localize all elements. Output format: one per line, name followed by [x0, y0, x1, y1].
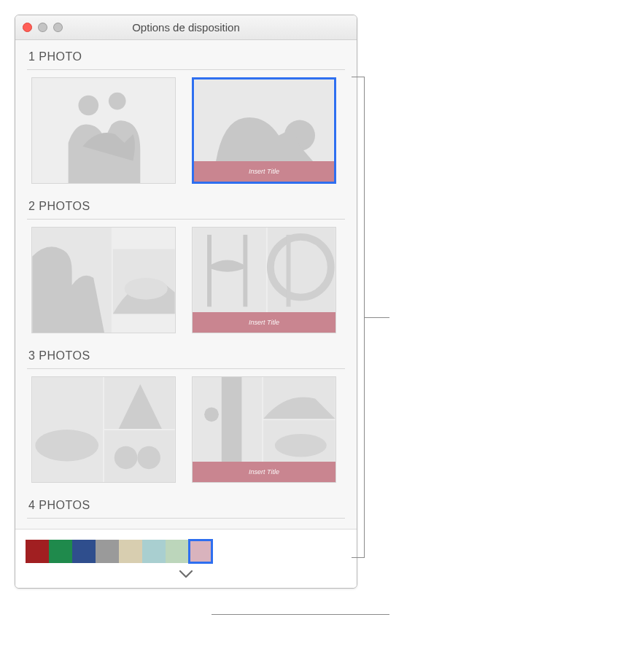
chevron-down-icon: [179, 569, 193, 579]
expand-chevron[interactable]: [26, 563, 346, 579]
titlebar: Options de disposition: [15, 15, 357, 40]
layout-preview-icon: [32, 377, 175, 482]
color-swatch-4[interactable]: [119, 540, 142, 563]
close-icon[interactable]: [23, 23, 32, 32]
panel-footer: [15, 529, 357, 588]
svg-rect-25: [222, 377, 242, 462]
svg-point-2: [109, 93, 126, 110]
divider: [27, 69, 345, 70]
svg-rect-12: [243, 235, 247, 307]
window-title: Options de disposition: [15, 21, 357, 34]
layout-row-3: Insert Title: [15, 376, 357, 489]
svg-point-21: [115, 446, 138, 470]
divider: [27, 219, 345, 220]
section-header-2: 2 PHOTOS: [15, 190, 357, 219]
layout-options-panel: Options de disposition 1 PHOTO: [15, 15, 357, 589]
layout-preview-icon: [32, 228, 175, 333]
divider: [27, 518, 345, 519]
svg-rect-15: [287, 235, 291, 307]
caption-band: Insert Title: [193, 312, 335, 333]
section-header-3: 3 PHOTOS: [15, 339, 357, 368]
layout-row-2: Insert Title: [15, 227, 357, 339]
color-swatches: [26, 540, 346, 563]
svg-point-29: [275, 434, 327, 457]
window-controls: [23, 23, 63, 32]
layout-row-1: Insert Title: [15, 77, 357, 190]
divider: [27, 368, 345, 369]
layout-thumb-2a[interactable]: [31, 227, 176, 333]
layout-preview-icon: [32, 78, 175, 183]
color-swatch-3[interactable]: [96, 540, 119, 563]
caption-placeholder: Insert Title: [249, 168, 279, 175]
caption-placeholder: Insert Title: [249, 319, 279, 326]
svg-point-1: [78, 96, 98, 116]
caption-placeholder: Insert Title: [249, 468, 279, 476]
caption-band: Insert Title: [193, 462, 335, 482]
svg-point-18: [35, 430, 98, 461]
zoom-icon[interactable]: [53, 23, 63, 32]
minimize-icon[interactable]: [38, 23, 47, 32]
layout-thumb-3a[interactable]: [31, 376, 176, 483]
section-header-1: 1 PHOTO: [15, 40, 357, 69]
panel-body: 1 PHOTO Insert Title: [15, 40, 357, 529]
layout-thumb-1a[interactable]: [31, 77, 176, 184]
svg-rect-11: [207, 235, 212, 307]
color-swatch-1[interactable]: [49, 540, 72, 563]
svg-point-26: [204, 407, 219, 422]
svg-rect-17: [32, 377, 103, 482]
section-header-4: 4 PHOTOS: [15, 489, 357, 518]
annotation-leader: [212, 614, 389, 615]
color-swatch-7[interactable]: [189, 540, 212, 563]
annotation-leader: [365, 317, 389, 318]
layout-thumb-1b[interactable]: Insert Title: [192, 77, 336, 184]
color-swatch-0[interactable]: [26, 540, 49, 563]
color-swatch-5[interactable]: [142, 540, 166, 563]
color-swatch-2[interactable]: [72, 540, 96, 563]
annotation-bracket: [352, 77, 365, 558]
svg-point-8: [125, 278, 168, 300]
layout-thumb-2b[interactable]: Insert Title: [192, 227, 336, 333]
caption-band: Insert Title: [194, 161, 334, 182]
color-swatch-6[interactable]: [166, 540, 189, 563]
layout-thumb-3b[interactable]: Insert Title: [192, 376, 336, 483]
svg-point-22: [137, 446, 160, 470]
